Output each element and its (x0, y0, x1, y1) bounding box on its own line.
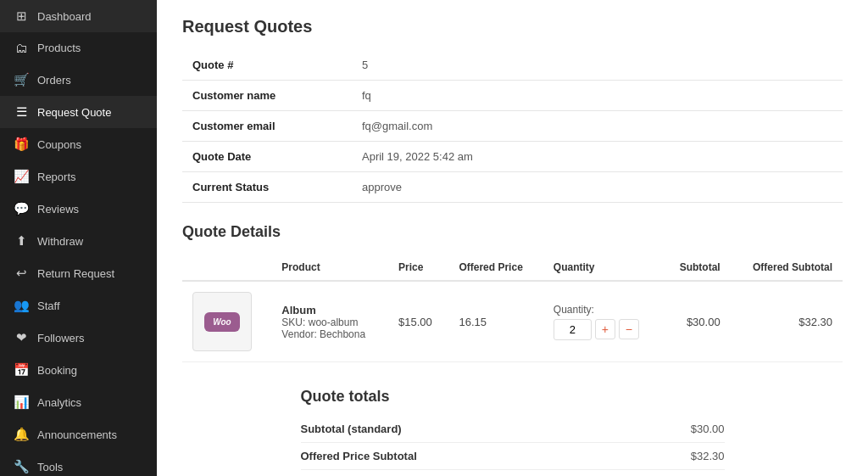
info-label: Quote Date (182, 142, 352, 172)
product-info: Album SKU: woo-album Vendor: Bechbona (281, 304, 378, 340)
request-quote-label: Request Quote (37, 106, 143, 119)
col-offered-subtotal: Offered Subtotal (731, 255, 843, 281)
orders-label: Orders (37, 74, 143, 87)
sidebar-item-tools[interactable]: 🔧 Tools (0, 451, 157, 476)
sku-label: SKU: (281, 316, 305, 328)
woo-logo: Woo (204, 312, 239, 332)
quantity-label: Quantity: (554, 304, 652, 316)
sidebar-item-withdraw[interactable]: ⬆ Withdraw (0, 225, 157, 257)
info-row: Quote # 5 (182, 50, 843, 81)
sidebar-item-booking[interactable]: 📅 Booking (0, 354, 157, 386)
quote-details-title: Quote Details (182, 223, 843, 241)
totals-row: Offered Price Subtotal $32.30 (301, 443, 725, 470)
products-label: Products (37, 42, 143, 54)
sidebar-item-followers[interactable]: ❤ Followers (0, 322, 157, 354)
followers-icon: ❤ (14, 330, 29, 345)
sidebar-item-analytics[interactable]: 📊 Analytics (0, 386, 157, 418)
reviews-label: Reviews (37, 203, 143, 216)
sidebar-item-reports[interactable]: 📈 Reports (0, 160, 157, 193)
sidebar-item-staff[interactable]: 👥 Staff (0, 289, 157, 322)
info-value: fq@gmail.com (352, 111, 843, 142)
info-row: Current Status approve (182, 172, 843, 203)
info-label: Customer email (182, 111, 352, 142)
sidebar-item-reviews[interactable]: 💬 Reviews (0, 193, 157, 225)
totals-row: Subtotal (standard) $30.00 (301, 416, 725, 443)
quantity-cell: Quantity: + − (543, 281, 662, 362)
quantity-input-row: + − (554, 319, 652, 340)
sidebar-item-coupons[interactable]: 🎁 Coupons (0, 128, 157, 160)
product-vendor: Vendor: Bechbona (281, 328, 378, 340)
quote-totals-section: Quote totals Subtotal (standard) $30.00 … (301, 388, 725, 470)
product-info-cell: Album SKU: woo-album Vendor: Bechbona (271, 281, 388, 362)
analytics-icon: 📊 (14, 395, 29, 410)
totals-value: $30.00 (691, 423, 725, 435)
info-row: Customer name fq (182, 81, 843, 111)
info-label: Current Status (182, 172, 352, 203)
info-label: Customer name (182, 81, 352, 111)
orders-icon: 🛒 (14, 72, 29, 87)
vendor-value: Bechbona (320, 328, 365, 340)
sidebar-item-announcements[interactable]: 🔔 Announcements (0, 418, 157, 451)
col-product-info: Product (271, 255, 388, 281)
info-row: Customer email fq@gmail.com (182, 111, 843, 142)
col-subtotal: Subtotal (662, 255, 731, 281)
booking-icon: 📅 (14, 362, 29, 378)
col-quantity: Quantity (543, 255, 662, 281)
return-request-icon: ↩ (14, 266, 29, 281)
reports-icon: 📈 (14, 169, 29, 184)
quantity-decrease-btn[interactable]: − (619, 319, 639, 339)
info-table: Quote # 5 Customer name fq Customer emai… (182, 50, 843, 203)
info-label: Quote # (182, 50, 352, 81)
offered-price-cell: 16.15 (448, 281, 542, 362)
col-offered-price: Offered Price (448, 255, 542, 281)
products-icon: 🗂 (14, 41, 29, 55)
coupons-icon: 🎁 (14, 137, 29, 152)
table-row: Woo Album SKU: woo-album Vendor: Bechbon… (182, 281, 843, 362)
reviews-icon: 💬 (14, 201, 29, 216)
sidebar-item-products[interactable]: 🗂 Products (0, 32, 157, 64)
tools-icon: 🔧 (14, 459, 29, 474)
sidebar-item-orders[interactable]: 🛒 Orders (0, 64, 157, 96)
info-row: Quote Date April 19, 2022 5:42 am (182, 142, 843, 172)
analytics-label: Analytics (37, 396, 143, 409)
withdraw-icon: ⬆ (14, 233, 29, 249)
info-value: fq (352, 81, 843, 111)
product-thumbnail-cell: Woo (182, 281, 271, 362)
sidebar-item-return-request[interactable]: ↩ Return Request (0, 257, 157, 289)
info-value: April 19, 2022 5:42 am (352, 142, 843, 172)
sidebar-item-dashboard[interactable]: ⊞ Dashboard (0, 0, 157, 32)
announcements-icon: 🔔 (14, 427, 29, 442)
totals-value: $32.30 (691, 450, 725, 462)
product-price-cell: $15.00 (388, 281, 448, 362)
tools-label: Tools (37, 461, 143, 473)
coupons-label: Coupons (37, 138, 143, 151)
product-thumbnail: Woo (192, 292, 252, 351)
quote-totals-title: Quote totals (301, 388, 725, 406)
quantity-increase-btn[interactable]: + (595, 319, 615, 339)
request-quote-icon: ☰ (14, 104, 29, 120)
sidebar: ⊞ Dashboard 🗂 Products 🛒 Orders ☰ Reques… (0, 0, 157, 476)
withdraw-label: Withdraw (37, 235, 143, 248)
totals-label: Offered Price Subtotal (301, 450, 417, 462)
vendor-label: Vendor: (281, 328, 316, 340)
product-sku: SKU: woo-album (281, 316, 378, 328)
dashboard-label: Dashboard (37, 10, 143, 23)
product-name: Album (281, 304, 378, 316)
quantity-input[interactable] (554, 319, 592, 340)
totals-label: Subtotal (standard) (301, 423, 402, 435)
col-price: Price (388, 255, 448, 281)
announcements-label: Announcements (37, 428, 143, 441)
product-table: Product Price Offered Price Quantity Sub… (182, 255, 843, 362)
main-content: Request Quotes Quote # 5 Customer name f… (157, 0, 868, 476)
booking-label: Booking (37, 364, 143, 377)
staff-icon: 👥 (14, 298, 29, 313)
subtotal-cell: $30.00 (662, 281, 731, 362)
reports-label: Reports (37, 171, 143, 183)
sidebar-item-request-quote[interactable]: ☰ Request Quote (0, 96, 157, 128)
dashboard-icon: ⊞ (14, 8, 29, 24)
offered-subtotal-cell: $32.30 (731, 281, 843, 362)
return-request-label: Return Request (37, 267, 143, 280)
info-value: approve (352, 172, 843, 203)
col-product (182, 255, 271, 281)
info-value: 5 (352, 50, 843, 81)
